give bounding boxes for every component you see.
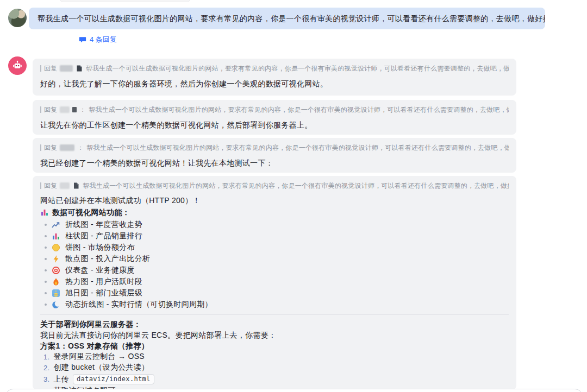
reply-body: 我已经创建了一个精美的数据可视化网站！让我先在本地测试一下： [40, 157, 509, 168]
step-number: 1. [43, 353, 49, 361]
bullet-icon [45, 304, 47, 306]
masked-username [60, 65, 73, 72]
list-item: 动态折线图 - 实时行情（可切换时间周期） [40, 299, 509, 310]
replies-count-label: 4 条回复 [90, 35, 117, 45]
quote-reply-label: 回复 [44, 105, 57, 115]
quote-bar-icon [40, 182, 41, 189]
list-item: 1. 登录阿里云控制台 → OSS [40, 351, 509, 362]
bullet-icon [45, 224, 47, 226]
masked-avatar [72, 107, 77, 112]
bot-avatar[interactable] [8, 56, 27, 75]
reply-card-1: 回复 帮我生成一个可以生成数据可视化图片的网站，要求有常见的内容，你是一个很有审… [33, 59, 516, 96]
code-snippet: dataviz/index.html [73, 374, 154, 384]
reply-body: 让我先在你的工作区创建一个精美的数据可视化网站，然后部署到你服务器上。 [40, 119, 509, 130]
document-icon [76, 65, 83, 72]
pie-chart-icon [52, 243, 60, 252]
divider [40, 314, 509, 315]
quoted-message-text: 帮我生成一个可以生成数据可视化图片的网站，要求有常见的内容，你是一个很有审美的视… [89, 105, 509, 115]
quote-separator: ： [79, 105, 86, 115]
lightning-icon [52, 255, 60, 263]
feature-label: 仪表盘 - 业务健康度 [65, 265, 135, 275]
bar-chart-icon [52, 232, 60, 241]
feature-label: 旭日图 - 部门业绩层级 [65, 288, 142, 298]
feature-label: 饼图 - 市场份额分布 [65, 243, 135, 252]
list-item: 热力图 - 用户活跃时段 [40, 276, 509, 287]
bullet-icon [45, 246, 47, 249]
quoted-message-text: 帮我生成一个可以生成数据可视化图片的网站，要求有常见的内容，你是一个很有审美的视… [86, 64, 509, 73]
reply-card-2: 回复 ： 帮我生成一个可以生成数据可视化图片的网站，要求有常见的内容，你是一个很… [33, 100, 516, 135]
user-avatar[interactable] [8, 9, 27, 27]
reply-quote[interactable]: 回复 ： 帮我生成一个可以生成数据可视化图片的网站，要求有常见的内容，你是一个很… [40, 105, 509, 115]
features-heading-text: 数据可视化网站功能： [52, 207, 130, 218]
list-item: 3. 上传 dataviz/index.html [40, 373, 509, 385]
target-icon [52, 266, 60, 275]
replies-count-link[interactable]: 4 条回复 [79, 35, 117, 45]
user-message-bubble: 帮我生成一个可以生成数据可视化图片的网站，要求有常见的内容，你是一个很有审美的视… [29, 8, 545, 29]
sunrise-icon [52, 289, 60, 298]
bullet-icon [45, 235, 47, 237]
list-item: 2. 创建 bucket（设为公共读） [40, 362, 509, 373]
document-icon [72, 182, 80, 189]
quote-reply-label: 回复 [44, 143, 57, 153]
quote-reply-label: 回复 [44, 181, 57, 191]
list-item: 饼图 - 市场份额分布 [40, 242, 509, 253]
feature-label: 柱状图 - 产品销量排行 [65, 231, 142, 241]
feature-label: 折线图 - 年度营收走势 [65, 220, 142, 230]
step-text: 创建 bucket（设为公共读） [53, 363, 149, 372]
reply-body: 好的，让我先了解一下你的服务器环境，然后为你创建一个美观的数据可视化网站。 [40, 78, 509, 89]
bar-chart-icon [40, 208, 49, 217]
list-item: 柱状图 - 产品销量排行 [40, 230, 509, 242]
reply-quote[interactable]: 回复 ： 帮我生成一个可以生成数据可视化图片的网站，要求有常见的内容，你是一个很… [40, 143, 509, 153]
chat-bubble-icon [79, 36, 86, 43]
list-item: 仪表盘 - 业务健康度 [40, 264, 509, 276]
reply-card-4: 回复 帮我生成一个可以生成数据可视化图片的网站，要求有常见的内容，你是一个很有审… [33, 176, 516, 390]
robot-icon [11, 60, 23, 72]
bullet-icon [45, 292, 47, 294]
bullet-icon [45, 281, 47, 283]
features-list: 折线图 - 年度营收走势 柱状图 - 产品销量排行 饼图 - 市场份额分布 散点… [40, 219, 509, 310]
quote-separator: ： [77, 143, 84, 153]
reply-quote[interactable]: 回复 帮我生成一个可以生成数据可视化图片的网站，要求有常见的内容，你是一个很有审… [40, 181, 509, 191]
quote-bar-icon [40, 144, 41, 151]
bullet-icon [45, 258, 47, 260]
quote-bar-icon [40, 65, 41, 72]
step-number: 3. [43, 375, 49, 383]
list-item: 折线图 - 年度营收走势 [40, 219, 509, 230]
crescent-icon [52, 300, 60, 309]
feature-label: 动态折线图 - 实时行情（可切换时间周期） [65, 300, 213, 309]
feature-label: 热力图 - 用户活跃时段 [65, 277, 142, 287]
masked-username [60, 182, 70, 189]
deploy-heading: 关于部署到你阿里云服务器： [40, 319, 509, 330]
list-item: 旭日图 - 部门业绩层级 [40, 287, 509, 299]
status-line: 网站已创建并在本地测试成功（HTTP 200）！ [40, 195, 509, 206]
previous-message-fragment [60, 0, 190, 2]
step-text: 登录阿里云控制台 → OSS [53, 352, 145, 362]
step-text: 上传 [53, 375, 69, 384]
quoted-message-text: 帮我生成一个可以生成数据可视化图片的网站，要求有常见的内容，你是一个很有审美的视… [86, 143, 509, 153]
quoted-message-text: 帮我生成一个可以生成数据可视化图片的网站，要求有常见的内容，你是一个很有审美的视… [83, 181, 509, 191]
bullet-icon [45, 269, 47, 271]
list-item: 散点图 - 投入产出比分析 [40, 253, 509, 264]
features-heading: 数据可视化网站功能： [40, 207, 509, 218]
line-chart-icon [52, 220, 60, 229]
quote-bar-icon [40, 106, 41, 113]
reply-quote[interactable]: 回复 帮我生成一个可以生成数据可视化图片的网站，要求有常见的内容，你是一个很有审… [40, 64, 509, 73]
next-element-fragment [5, 389, 583, 392]
step-number: 2. [43, 364, 49, 372]
masked-username [60, 144, 74, 151]
reply-card-3: 回复 ： 帮我生成一个可以生成数据可视化图片的网站，要求有常见的内容，你是一个很… [33, 138, 516, 173]
deploy-intro: 我目前无法直接访问你的阿里云 ECS。要把网站部署上去，你需要： [40, 330, 509, 340]
masked-username [60, 106, 70, 113]
quote-reply-label: 回复 [44, 64, 57, 73]
flame-icon [52, 277, 60, 286]
plan-heading: 方案1：OSS 对象存储（推荐） [40, 340, 509, 351]
feature-label: 散点图 - 投入产出比分析 [65, 254, 150, 264]
